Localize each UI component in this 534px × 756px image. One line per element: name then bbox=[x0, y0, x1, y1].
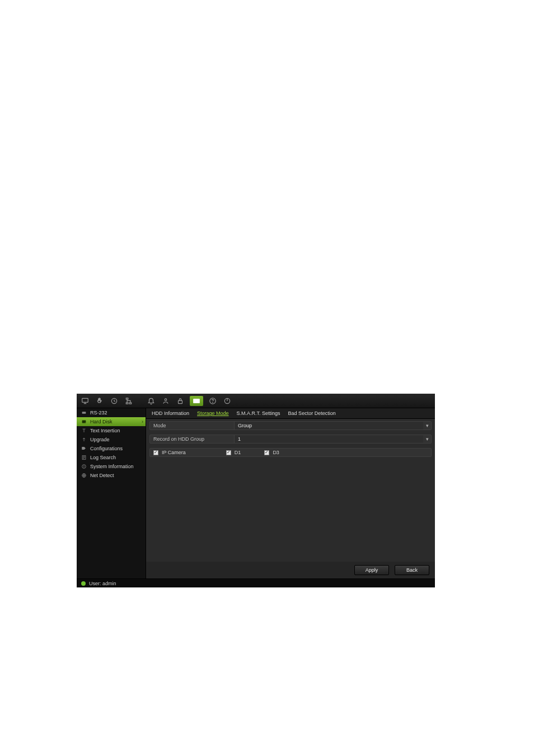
sidebar-item-systeminfo[interactable]: System Information bbox=[77, 462, 146, 471]
sidebar-item-netdetect[interactable]: Net Detect bbox=[77, 471, 146, 480]
chevron-down-icon: ▾ bbox=[423, 423, 431, 428]
disk-icon bbox=[81, 419, 87, 424]
svg-point-17 bbox=[85, 422, 86, 423]
sidebar-item-rs232[interactable]: RS-232 bbox=[77, 408, 146, 417]
chevron-right-icon: › bbox=[142, 419, 143, 424]
text-icon bbox=[81, 428, 87, 433]
network-icon[interactable] bbox=[124, 396, 134, 406]
svg-rect-4 bbox=[126, 398, 128, 399]
content-area bbox=[146, 459, 435, 562]
record-group-value: 1 bbox=[234, 435, 423, 443]
sidebar-item-label: Text Insertion bbox=[90, 428, 120, 433]
sidebar-item-logsearch[interactable]: Log Search bbox=[77, 453, 146, 462]
power-icon[interactable] bbox=[222, 396, 232, 406]
body: RS-232 Hard Disk › Text Insertion Upgrad… bbox=[77, 408, 435, 578]
tab-storage-mode[interactable]: Storage Mode bbox=[197, 410, 229, 417]
sidebar-item-upgrade[interactable]: Upgrade bbox=[77, 435, 146, 444]
sidebar-item-label: System Information bbox=[90, 464, 134, 469]
svg-rect-15 bbox=[82, 412, 86, 413]
sidebar-item-label: Configurations bbox=[90, 446, 123, 451]
svg-point-7 bbox=[165, 398, 167, 400]
tabs: HDD Information Storage Mode S.M.A.R.T. … bbox=[146, 408, 435, 419]
port-icon bbox=[81, 410, 87, 416]
tab-bad-sector-detection[interactable]: Bad Sector Detection bbox=[288, 410, 336, 417]
checkbox-d1[interactable] bbox=[226, 450, 231, 455]
sidebar-item-harddisk[interactable]: Hard Disk › bbox=[77, 417, 146, 426]
status-dot-icon bbox=[81, 581, 86, 586]
svg-point-12 bbox=[213, 402, 213, 403]
checkbox-d3[interactable] bbox=[264, 450, 269, 455]
record-group-label: Record on HDD Group bbox=[150, 436, 234, 442]
label-d1: D1 bbox=[235, 450, 241, 455]
sidebar-item-label: Hard Disk bbox=[90, 419, 113, 424]
net-icon bbox=[81, 473, 87, 478]
maintenance-icon[interactable] bbox=[190, 396, 203, 406]
hand-icon[interactable] bbox=[95, 396, 105, 406]
user-icon[interactable] bbox=[161, 396, 171, 406]
svg-rect-5 bbox=[126, 402, 128, 403]
svg-rect-16 bbox=[82, 421, 86, 423]
sidebar-item-label: Net Detect bbox=[90, 473, 114, 478]
app-window: RS-232 Hard Disk › Text Insertion Upgrad… bbox=[77, 394, 435, 587]
tab-hdd-information[interactable]: HDD Information bbox=[152, 410, 189, 417]
mode-label: Mode bbox=[150, 423, 234, 428]
ip-camera-label: IP Camera bbox=[162, 450, 186, 455]
tag-icon bbox=[81, 446, 87, 451]
status-user: User: admin bbox=[89, 581, 116, 586]
status-bar: User: admin bbox=[77, 578, 435, 587]
apply-button[interactable]: Apply bbox=[354, 565, 389, 575]
record-group-select[interactable]: Record on HDD Group 1 ▾ bbox=[149, 435, 432, 444]
top-toolbar bbox=[77, 394, 435, 408]
log-icon bbox=[81, 455, 87, 460]
footer-buttons: Apply Back bbox=[146, 562, 435, 578]
svg-rect-8 bbox=[179, 400, 182, 403]
up-arrow-icon bbox=[81, 437, 87, 442]
sidebar: RS-232 Hard Disk › Text Insertion Upgrad… bbox=[77, 408, 146, 578]
svg-rect-10 bbox=[197, 400, 199, 402]
lock-icon[interactable] bbox=[175, 396, 185, 406]
mode-select[interactable]: Mode Group ▾ bbox=[149, 421, 432, 430]
sidebar-item-label: Upgrade bbox=[90, 437, 110, 442]
info-icon bbox=[81, 464, 87, 469]
sidebar-item-configurations[interactable]: Configurations bbox=[77, 444, 146, 453]
bell-icon[interactable] bbox=[146, 396, 156, 406]
main-panel: HDD Information Storage Mode S.M.A.R.T. … bbox=[146, 408, 435, 578]
svg-rect-0 bbox=[82, 398, 88, 402]
sidebar-item-label: Log Search bbox=[90, 455, 116, 460]
clock-icon[interactable] bbox=[109, 396, 119, 406]
ip-camera-master-checkbox[interactable] bbox=[153, 450, 158, 455]
monitor-icon[interactable] bbox=[80, 396, 90, 406]
svg-rect-6 bbox=[129, 402, 132, 403]
sidebar-item-textinsertion[interactable]: Text Insertion bbox=[77, 426, 146, 435]
ip-camera-row: IP Camera D1 D3 bbox=[149, 448, 432, 457]
back-button[interactable]: Back bbox=[395, 565, 429, 575]
sidebar-item-label: RS-232 bbox=[90, 410, 107, 416]
chevron-down-icon: ▾ bbox=[423, 436, 431, 442]
tab-smart-settings[interactable]: S.M.A.R.T. Settings bbox=[237, 410, 280, 417]
help-icon[interactable] bbox=[208, 396, 218, 406]
label-d3: D3 bbox=[273, 450, 279, 455]
mode-value: Group bbox=[234, 422, 423, 430]
